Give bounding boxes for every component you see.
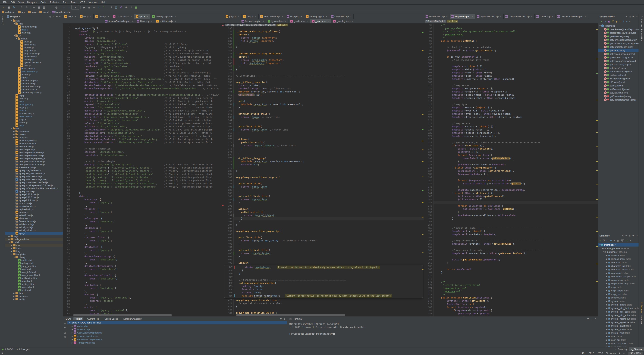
code-line[interactable]: 50 'pnotify.history': 'lib/pnotify/pnoti… [63, 179, 224, 182]
project-tree-item[interactable]: JSjquery.mCustomScrollbar.concat.min.js [5, 187, 63, 190]
ddl-icon[interactable]: ⇪ [626, 239, 628, 242]
deploy-icon[interactable]: ◫ [114, 5, 119, 10]
code-line[interactable]: 90 morris: { [63, 306, 224, 309]
code-line[interactable]: 131 $userData = []; [424, 150, 598, 154]
code-line[interactable]: 13 velocityUI: 'lib/velocity.ui.min', //… [63, 62, 224, 65]
code-line[interactable]: 372 stroke: $gray-lightest; // hover sty… [224, 144, 424, 147]
close-icon[interactable]: ✕ [262, 20, 264, 22]
open-icon[interactable]: ▱ [2, 5, 6, 10]
close-icon[interactable]: ✕ [147, 15, 148, 18]
error-stripe-mark[interactable] [422, 269, 424, 270]
gear-icon[interactable]: ✱ [280, 317, 282, 320]
db-table-row[interactable]: ▶▦system_kills_pods: table [598, 310, 639, 313]
db-table-row[interactable]: ▶▦system_type: table [598, 331, 639, 334]
project-tree-item[interactable]: JSmustache.min.js [5, 205, 63, 208]
code-line[interactable]: 7 jquery: 'lib/jquery-1.11.3.min', // v1… [63, 43, 224, 46]
code-line[interactable]: 130 $users = $this->getUsers(); [424, 147, 598, 150]
code-line[interactable]: 148 foreach($alliances as $alliance){ [424, 204, 598, 207]
close-icon[interactable]: ✕ [90, 15, 92, 18]
code-line[interactable]: 39 [63, 144, 224, 147]
project-tree-item[interactable]: JSvalidator.min.js [5, 223, 63, 226]
code-line[interactable]: 386 } [224, 188, 424, 192]
code-line[interactable]: 173 * search for a system by id [424, 283, 598, 287]
editor-mapmodel-php[interactable]: 91 /**92 * get map data93 * -> this incl… [424, 24, 598, 316]
project-tree-item[interactable]: ▶css [5, 244, 63, 247]
editor-tab-landingpage.html[interactable]: 5landingpage.html✕ [150, 14, 178, 19]
code-line[interactable]: 379 } [224, 166, 424, 169]
code-line[interactable]: 375 [224, 154, 424, 157]
code-line[interactable]: 56 bootstrap: { [63, 198, 224, 201]
todo-file-row[interactable]: ▶JSsystem_signature.js [68, 334, 287, 338]
code-line[interactable]: 387 [224, 192, 424, 195]
code-line[interactable]: 103 [424, 62, 598, 65]
code-line[interactable]: 341} [224, 46, 424, 49]
project-tree-item[interactable]: JSmain.js [5, 109, 63, 112]
code-line[interactable]: 57 deps: ['jquery'] [63, 201, 224, 204]
db-table-row[interactable]: ▶▦system: table [598, 299, 639, 303]
code-line[interactable]: 100 [424, 52, 598, 55]
code-line[interactable]: 95 */ [424, 36, 598, 40]
structure-method-row[interactable]: mgetSystem(systemId):null [598, 52, 639, 56]
wrench-icon[interactable]: ✱ [610, 239, 612, 242]
code-line[interactable]: 1 [63, 24, 224, 27]
code-line[interactable]: 89 }, [63, 302, 224, 306]
code-line[interactable]: 118 $mapData->type->id = $this->typeId->… [424, 109, 598, 112]
project-tree-item[interactable]: JSjquery-1.11.3.min.js [5, 196, 63, 199]
encoding[interactable]: UTF-8 [597, 352, 603, 354]
code-line[interactable]: 179 $searchSystem = null; [424, 302, 598, 306]
code-line[interactable]: 102 // no cached map data found [424, 59, 598, 62]
code-line[interactable]: 384 path:first-child{ [224, 182, 424, 185]
code-line[interactable]: 38 bootstrapConfirmation: 'lib/bootstrap… [63, 141, 224, 144]
code-line[interactable]: 337 circle { [224, 33, 424, 36]
php-method-chip[interactable]: getData [447, 20, 458, 23]
code-line[interactable]: 15 img: '../public/img', // images dir [63, 68, 224, 71]
code-line[interactable]: 396 } [224, 220, 424, 223]
error-stripe-mark[interactable] [596, 199, 598, 200]
chevron-down-icon[interactable]: ▾ [19, 15, 20, 18]
menu-vcs[interactable]: VCS [78, 0, 87, 5]
code-line[interactable]: 157 $mapDataAll->mapData = $mapData; [424, 233, 598, 236]
refresh-icon[interactable]: ↻ [606, 239, 608, 242]
project-tree-item[interactable]: JSdom.jsPlumb-1.7.2-min.js [5, 160, 63, 163]
project-tree-item[interactable]: {}jquery.min.map [5, 190, 63, 193]
find-icon[interactable]: ◌ [49, 5, 54, 10]
code-line[interactable]: 340 } [224, 43, 424, 46]
code-line[interactable]: 361 [224, 109, 424, 112]
replace-icon[interactable]: ◍ [54, 5, 58, 10]
minimize-icon[interactable]: ▁ [591, 317, 592, 320]
rollback-icon[interactable]: ↺ [119, 5, 124, 10]
close-icon[interactable]: ✕ [151, 20, 152, 22]
code-line[interactable]: 346 fill: $red-darker !important; [224, 62, 424, 65]
sync-icon[interactable]: ↻ [12, 5, 16, 10]
code-line[interactable]: 353 cursor: pointer; [224, 84, 424, 87]
hide-panel-icon[interactable]: ⇥ [636, 234, 638, 237]
collapse-all-icon[interactable]: ⊟ [64, 336, 66, 339]
db-table-row[interactable]: ▶▦user_map: table [598, 345, 639, 347]
db-table-row[interactable]: ▶▦user: table [598, 334, 639, 338]
code-line[interactable]: 58 }, [63, 204, 224, 207]
error-stripe-mark[interactable] [596, 231, 598, 232]
close-icon[interactable]: ✕ [306, 20, 308, 22]
structure-method-row[interactable]: mgetCharacters():array [598, 94, 639, 98]
project-tree-item[interactable]: JSjquery.easypiechart.min.js [5, 172, 63, 175]
code-line[interactable]: 138 $corporationData = []; [424, 173, 598, 176]
code-line[interactable]: 358 path{ [224, 100, 424, 103]
code-line[interactable]: 68 customScrollbar: { [63, 236, 224, 239]
expand-all-icon[interactable]: ⊞ [64, 331, 66, 334]
code-line[interactable]: 54 }, [63, 192, 224, 195]
code-line[interactable]: 82 }, [63, 280, 224, 283]
code-line[interactable]: 61 }, [63, 214, 224, 217]
code-line[interactable]: 336._jsPlumb_endpoint_drop_allowed{ [224, 30, 424, 33]
project-tree-item[interactable]: JStrust.js [5, 64, 63, 67]
editor-tab-MapModel.php[interactable]: phpMapModel.php✕ [450, 14, 475, 19]
close-icon[interactable]: ✕ [350, 15, 352, 18]
code-line[interactable]: 112 $mapData->scope->id = $this->scopeId… [424, 90, 598, 93]
toolwindow-button-event-log[interactable]: ▭Event Log [614, 347, 629, 351]
structure-method-row[interactable]: mdelete(accessObject):void [598, 31, 639, 35]
code-line[interactable]: 176 */ [424, 293, 598, 296]
db-table-row[interactable]: ▶▦map_type: table [598, 292, 639, 296]
db-table-row[interactable]: ▶▦system_status: table [598, 327, 639, 331]
code-line[interactable]: 402 stroke: rgba(255,255,255,0); // invi… [224, 239, 424, 242]
code-line[interactable]: 108 $mapData->updated = strtotime($this-… [424, 78, 598, 81]
project-tree-item[interactable]: 5trust.html [5, 289, 63, 292]
